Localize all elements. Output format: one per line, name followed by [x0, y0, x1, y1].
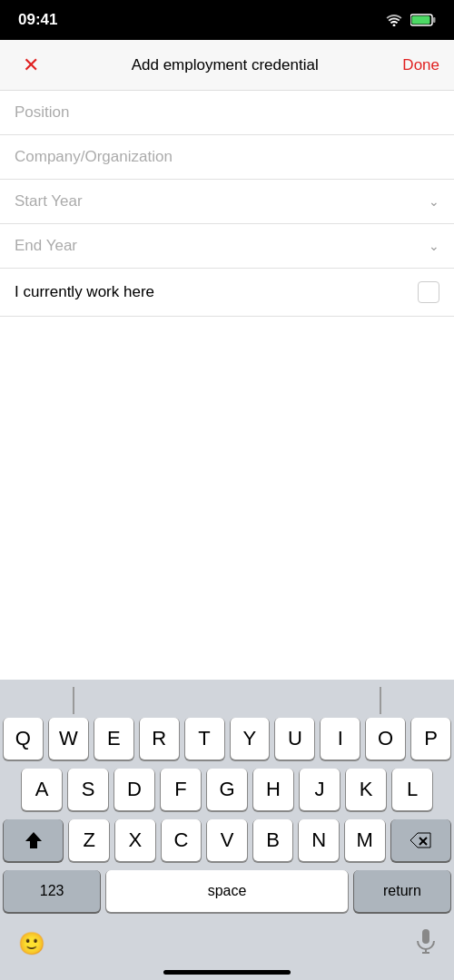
return-key[interactable]: return	[354, 870, 450, 912]
key-t[interactable]: T	[185, 718, 224, 760]
key-c[interactable]: C	[162, 819, 202, 861]
key-d[interactable]: D	[114, 769, 154, 810]
currently-work-row[interactable]: I currently work here	[0, 269, 454, 317]
company-input[interactable]	[15, 148, 439, 166]
start-year-row[interactable]: Start Year ⌄	[0, 180, 454, 224]
key-s[interactable]: S	[68, 769, 108, 810]
key-p[interactable]: P	[411, 718, 450, 760]
key-w[interactable]: W	[49, 718, 88, 760]
svg-rect-1	[433, 17, 436, 23]
position-input[interactable]	[15, 103, 439, 122]
key-l[interactable]: L	[392, 769, 432, 810]
status-bar: 09:41	[0, 0, 454, 40]
key-u[interactable]: U	[275, 718, 314, 760]
key-v[interactable]: V	[207, 819, 247, 861]
svg-rect-2	[412, 16, 430, 24]
currently-work-label: I currently work here	[15, 283, 154, 301]
key-i[interactable]: I	[321, 718, 360, 760]
drag-handle-right	[380, 687, 381, 714]
form-area: Start Year ⌄ End Year ⌄ I currently work…	[0, 91, 454, 317]
key-n[interactable]: N	[299, 819, 339, 861]
company-row	[0, 135, 454, 180]
emoji-key[interactable]: 🙂	[18, 931, 45, 956]
end-year-chevron-icon: ⌄	[429, 239, 439, 253]
key-x[interactable]: X	[115, 819, 155, 861]
start-year-label: Start Year	[15, 192, 83, 211]
status-time: 09:41	[18, 11, 57, 29]
end-year-label: End Year	[15, 237, 77, 255]
key-q[interactable]: Q	[4, 718, 43, 760]
key-k[interactable]: K	[346, 769, 386, 810]
keyboard-accessories: 🙂	[0, 919, 454, 963]
nav-title: Add employment credential	[132, 56, 319, 74]
keyboard-row-3: Z X C V B N M	[0, 819, 454, 861]
key-e[interactable]: E	[94, 718, 133, 760]
start-year-chevron-icon: ⌄	[429, 194, 439, 209]
key-b[interactable]: B	[253, 819, 293, 861]
done-button[interactable]: Done	[402, 56, 439, 74]
key-r[interactable]: R	[140, 718, 179, 760]
currently-work-checkbox[interactable]	[418, 281, 439, 303]
keyboard-drag	[0, 687, 454, 718]
key-h[interactable]: H	[253, 769, 293, 810]
key-o[interactable]: O	[366, 718, 405, 760]
battery-icon	[410, 14, 436, 26]
numbers-key[interactable]: 123	[4, 870, 100, 912]
key-m[interactable]: M	[345, 819, 385, 861]
svg-marker-3	[25, 832, 42, 848]
empty-space	[0, 317, 454, 444]
status-icons	[385, 14, 436, 26]
key-a[interactable]: A	[22, 769, 62, 810]
keyboard-bottom-row: 123 space return	[0, 870, 454, 912]
drag-handle-left	[73, 687, 74, 714]
shift-key[interactable]	[4, 819, 63, 861]
nav-bar: ✕ Add employment credential Done	[0, 40, 454, 91]
key-j[interactable]: J	[300, 769, 340, 810]
end-year-row[interactable]: End Year ⌄	[0, 224, 454, 269]
delete-key[interactable]	[391, 819, 450, 861]
key-y[interactable]: Y	[231, 718, 270, 760]
svg-rect-6	[422, 929, 429, 944]
mic-key[interactable]	[416, 928, 436, 959]
keyboard: Q W E R T Y U I O P A S D F G H J K L Z …	[0, 680, 454, 980]
close-button[interactable]: ✕	[15, 49, 47, 82]
keyboard-row-2: A S D F G H J K L	[0, 769, 454, 810]
key-z[interactable]: Z	[69, 819, 109, 861]
key-f[interactable]: F	[161, 769, 201, 810]
keyboard-row-1: Q W E R T Y U I O P	[0, 718, 454, 760]
key-g[interactable]: G	[207, 769, 247, 810]
wifi-icon	[385, 14, 403, 26]
space-key[interactable]: space	[106, 870, 348, 912]
position-row	[0, 91, 454, 135]
home-indicator	[163, 970, 291, 975]
